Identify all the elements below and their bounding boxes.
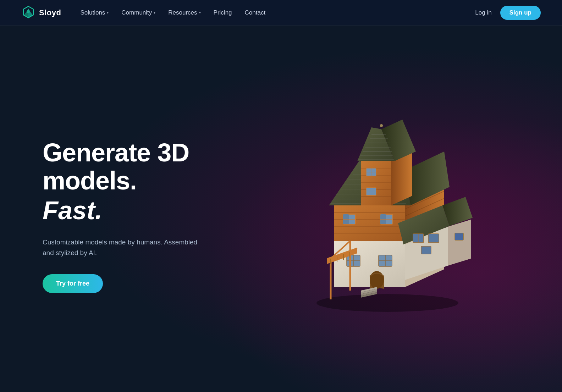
nav-item-solutions[interactable]: Solutions ▾ [75, 6, 114, 19]
hero-title-line1: Generate 3D models. [43, 139, 241, 195]
svg-rect-62 [421, 246, 431, 254]
hero-visual [241, 103, 534, 315]
hero-content: Generate 3D models. Fast. Customizable m… [43, 125, 241, 293]
nav-left: Sloyd Solutions ▾ Community ▾ Resources … [21, 6, 270, 20]
hero-section: Generate 3D models. Fast. Customizable m… [0, 26, 562, 392]
nav-right: Log in Sign up [475, 6, 541, 20]
hero-subtitle: Customizable models made by humans. Asse… [43, 237, 199, 259]
logo-text: Sloyd [39, 8, 61, 17]
svg-rect-57 [428, 234, 439, 243]
logo-icon [21, 6, 35, 20]
login-button[interactable]: Log in [475, 9, 491, 16]
svg-point-79 [380, 124, 383, 127]
community-chevron-icon: ▾ [154, 11, 155, 15]
navbar: Sloyd Solutions ▾ Community ▾ Resources … [0, 0, 562, 26]
hero-title-line2: Fast. [43, 195, 241, 226]
nav-links: Solutions ▾ Community ▾ Resources ▾ Pric… [75, 6, 270, 19]
svg-point-1 [316, 294, 458, 312]
nav-item-resources[interactable]: Resources ▾ [163, 6, 205, 19]
signup-button[interactable]: Sign up [500, 6, 541, 20]
try-for-free-button[interactable]: Try for free [43, 274, 103, 293]
nav-item-contact[interactable]: Contact [240, 6, 271, 19]
solutions-chevron-icon: ▾ [107, 11, 109, 15]
svg-rect-63 [455, 233, 463, 240]
resources-chevron-icon: ▾ [199, 11, 201, 15]
svg-rect-61 [366, 188, 376, 195]
nav-item-community[interactable]: Community ▾ [116, 6, 160, 19]
logo-link[interactable]: Sloyd [21, 6, 61, 20]
svg-marker-40 [448, 220, 471, 266]
svg-marker-23 [361, 161, 391, 205]
nav-item-pricing[interactable]: Pricing [209, 6, 237, 19]
building-3d-model [295, 106, 480, 312]
